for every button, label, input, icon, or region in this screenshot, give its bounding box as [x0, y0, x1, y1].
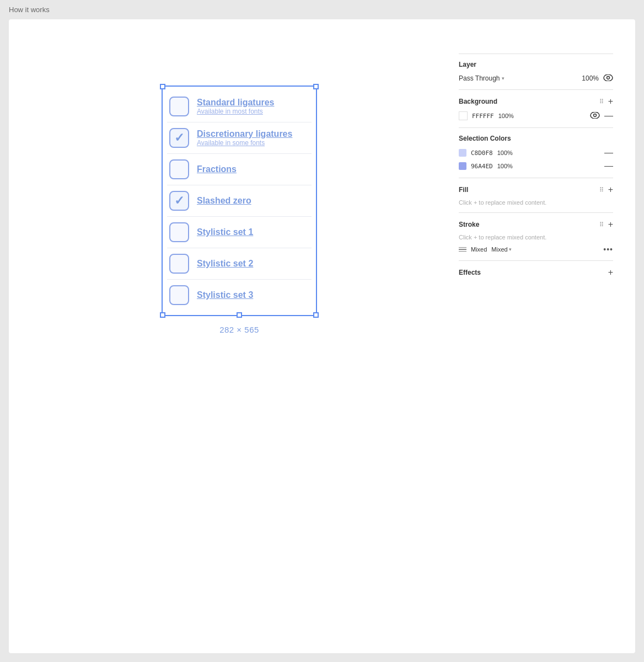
bg-visibility-icon[interactable] — [590, 111, 600, 120]
selection-color-hex-1[interactable]: C8D0F8 — [471, 150, 493, 157]
stroke-mixed-label[interactable]: Mixed — [471, 246, 487, 253]
list-item[interactable]: ✓ Slashed zero — [167, 185, 312, 217]
stroke-more-options-icon[interactable]: ••• — [603, 245, 613, 254]
svg-point-1 — [607, 77, 610, 79]
add-fill-button[interactable]: + — [608, 185, 613, 195]
checkbox-slashed[interactable]: ✓ — [169, 191, 189, 211]
remove-selection-color-1-button[interactable]: — — [604, 148, 613, 158]
stroke-section-row: Stroke ⠿ + — [459, 220, 613, 229]
list-item[interactable]: Stylistic set 2 — [167, 248, 312, 280]
background-color-row: FFFFFF 100% — — [459, 111, 613, 121]
checkbox-stylistic3[interactable] — [169, 285, 189, 305]
layer-row: Pass Through ▾ 100% — [459, 74, 613, 83]
background-opacity[interactable]: 100% — [498, 113, 514, 119]
remove-background-button[interactable]: — — [604, 111, 613, 121]
handle-tl[interactable] — [160, 84, 165, 89]
list-item[interactable]: Stylistic set 1 — [167, 217, 312, 248]
blend-mode-label: Pass Through — [459, 74, 500, 82]
background-color-swatch[interactable] — [459, 111, 468, 120]
divider — [459, 54, 613, 54]
add-stroke-button[interactable]: + — [608, 220, 613, 229]
fill-placeholder-text: Click + to replace mixed content. — [459, 199, 613, 206]
chevron-down-icon: ▾ — [502, 76, 505, 81]
dimensions-label: 282 × 565 — [219, 325, 259, 334]
divider — [459, 260, 613, 261]
handle-tr[interactable] — [313, 84, 319, 89]
fill-section-header: Fill — [459, 186, 468, 194]
checkbox-stylistic1[interactable] — [169, 222, 189, 242]
stroke-lines-icon — [459, 247, 466, 252]
svg-point-3 — [594, 114, 597, 117]
item-title-fractions: Fractions — [197, 164, 237, 174]
checkbox-fractions[interactable] — [169, 159, 189, 179]
frame-box: Standard ligatures Available in most fon… — [162, 86, 317, 316]
layer-section-header: Layer — [459, 61, 613, 68]
background-color-hex[interactable]: FFFFFF — [472, 113, 494, 120]
selection-color-hex-2[interactable]: 96A4ED — [471, 163, 493, 170]
fill-section-row: Fill ⠿ + — [459, 185, 613, 195]
add-effect-button[interactable]: + — [608, 268, 613, 277]
item-subtitle-standard: Available in most fonts — [197, 108, 274, 115]
divider — [459, 89, 613, 90]
handle-br[interactable] — [313, 312, 319, 318]
fill-grid-dots-icon[interactable]: ⠿ — [599, 186, 605, 194]
stroke-mixed-dropdown[interactable]: Mixed ▾ — [491, 246, 511, 253]
stroke-grid-dots-icon[interactable]: ⠿ — [599, 221, 605, 228]
effects-section-row: Effects + — [459, 268, 613, 277]
list-item[interactable]: Stylistic set 3 — [167, 280, 312, 311]
selection-color-opacity-1[interactable]: 100% — [497, 150, 513, 156]
selection-color-opacity-2[interactable]: 100% — [497, 163, 513, 169]
item-title-discretionary: Discretionary ligatures — [197, 129, 292, 139]
visibility-icon[interactable] — [603, 74, 613, 83]
list-item[interactable]: Fractions — [167, 154, 312, 185]
frame-wrapper: Standard ligatures Available in most fon… — [162, 86, 317, 334]
remove-selection-color-2-button[interactable]: — — [604, 161, 613, 171]
selection-color-row-2: 96A4ED 100% — — [459, 161, 613, 171]
svg-point-0 — [604, 74, 613, 81]
checkbox-standard[interactable] — [169, 97, 189, 116]
selection-colors-header: Selection Colors — [459, 135, 613, 142]
stroke-mixed-row: Mixed Mixed ▾ ••• — [459, 245, 613, 254]
properties-panel: Layer Pass Through ▾ 100% Background ⠿ + — [448, 41, 613, 631]
stroke-placeholder-text: Click + to replace mixed content. — [459, 234, 613, 241]
checkbox-discretionary[interactable]: ✓ — [169, 128, 189, 148]
canvas-area: Standard ligatures Available in most fon… — [31, 41, 448, 631]
selection-color-row-1: C8D0F8 100% — — [459, 148, 613, 158]
checkmark-icon: ✓ — [174, 132, 184, 144]
handle-bl[interactable] — [160, 312, 165, 318]
item-title-stylistic3: Stylistic set 3 — [197, 290, 253, 300]
handle-bm[interactable] — [237, 312, 242, 318]
main-container: Standard ligatures Available in most fon… — [9, 19, 635, 653]
checkbox-stylistic2[interactable] — [169, 254, 189, 274]
effects-section-header: Effects — [459, 269, 481, 276]
item-title-slashed: Slashed zero — [197, 196, 251, 206]
stroke-chevron-icon: ▾ — [509, 247, 512, 252]
stroke-section-header: Stroke — [459, 221, 479, 228]
svg-point-2 — [591, 112, 599, 119]
list-item[interactable]: Standard ligatures Available in most fon… — [167, 91, 312, 122]
divider — [459, 178, 613, 178]
divider — [459, 212, 613, 213]
background-section-row: Background ⠿ + — [459, 97, 613, 106]
divider — [459, 127, 613, 128]
item-title-stylistic1: Stylistic set 1 — [197, 227, 253, 237]
blend-mode-selector[interactable]: Pass Through ▾ — [459, 74, 505, 82]
opacity-value[interactable]: 100% — [582, 74, 599, 82]
item-title-standard: Standard ligatures — [197, 98, 274, 108]
page-label: How it works — [0, 0, 644, 19]
checkmark-icon: ✓ — [174, 195, 184, 207]
list-item[interactable]: ✓ Discretionary ligatures Available in s… — [167, 122, 312, 154]
item-subtitle-discretionary: Available in some fonts — [197, 139, 292, 147]
selection-color-swatch-2[interactable] — [459, 162, 466, 170]
background-section-header: Background — [459, 98, 497, 105]
add-background-button[interactable]: + — [608, 97, 613, 106]
grid-dots-icon[interactable]: ⠿ — [599, 98, 605, 105]
item-title-stylistic2: Stylistic set 2 — [197, 259, 253, 269]
selection-color-swatch-1[interactable] — [459, 149, 466, 157]
